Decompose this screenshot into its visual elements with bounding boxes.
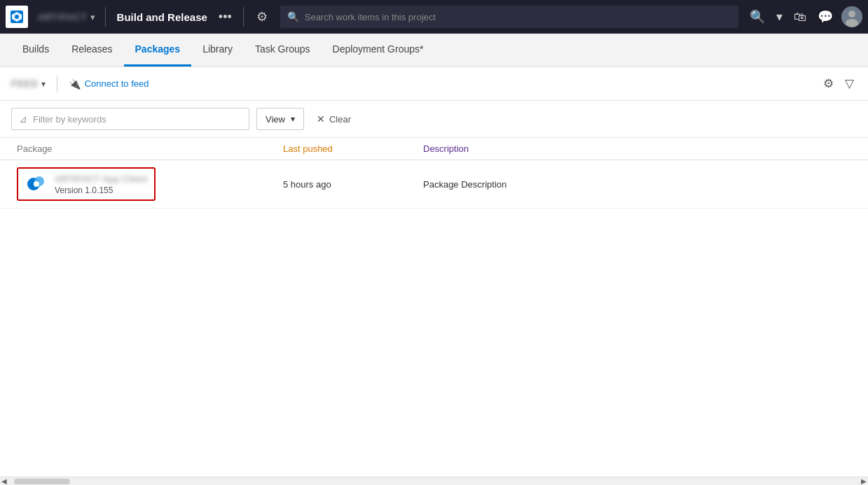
package-info: ARTIFACT App Client Version 1.0.155 [55, 174, 147, 195]
tab-packages[interactable]: Packages [124, 34, 192, 66]
package-highlighted-box: ARTIFACT App Client Version 1.0.155 [17, 167, 156, 201]
filter-funnel-icon: ⊿ [19, 113, 27, 125]
svg-point-4 [846, 19, 858, 27]
filter-input[interactable] [33, 114, 242, 125]
view-dropdown[interactable]: View ▾ [256, 108, 304, 130]
search-icon: 🔍 [287, 11, 299, 22]
search-icon-btn[interactable]: 🔍 [747, 6, 768, 27]
tabs-bar: Builds Releases Packages Library Task Gr… [0, 34, 868, 67]
project-selector[interactable]: ARTIFACT ▾ [34, 12, 99, 22]
svg-point-1 [15, 15, 19, 19]
table-row[interactable]: ARTIFACT App Client Version 1.0.155 5 ho… [0, 160, 868, 209]
settings-icon[interactable]: ⚙ [252, 9, 272, 24]
feed-selector[interactable]: FEED ▾ [11, 78, 46, 89]
settings-gear-icon[interactable]: ⚙ [820, 73, 836, 94]
filter-input-wrap[interactable]: ⊿ [11, 108, 249, 130]
package-name: ARTIFACT App Client [55, 174, 147, 184]
feed-caret-icon[interactable]: ▾ [41, 79, 46, 89]
clear-x-icon: ✕ [317, 113, 325, 125]
col-header-package: Package [17, 143, 283, 154]
tab-releases[interactable]: Releases [60, 34, 123, 66]
filter-icon[interactable]: ▽ [842, 73, 857, 94]
project-name: ARTIFACT [38, 12, 88, 22]
divider-2 [243, 7, 244, 27]
divider-1 [105, 7, 106, 27]
search-box[interactable]: 🔍 [280, 6, 738, 28]
sub-toolbar: FEED ▾ 🔌 Connect to feed ⚙ ▽ [0, 67, 868, 101]
connect-to-feed-button[interactable]: 🔌 Connect to feed [69, 78, 149, 90]
tab-deployment-groups[interactable]: Deployment Groups* [322, 34, 435, 66]
package-cell: ARTIFACT App Client Version 1.0.155 [17, 167, 283, 201]
project-dropdown-icon[interactable]: ▾ [90, 12, 95, 22]
view-caret-icon: ▾ [291, 114, 295, 124]
top-icons: 🔍 ▾ 🛍 💬 [747, 6, 862, 27]
search-input[interactable] [305, 12, 731, 22]
plug-icon: 🔌 [69, 78, 81, 90]
tab-task-groups[interactable]: Task Groups [244, 34, 322, 66]
svg-point-3 [848, 10, 855, 17]
bag-icon[interactable]: 🛍 [791, 7, 809, 27]
filter-bar: ⊿ View ▾ ✕ Clear [0, 101, 868, 138]
description-cell: Package Description [423, 179, 851, 190]
notification-icon[interactable]: 💬 [815, 6, 836, 27]
feed-name: FEED [11, 78, 39, 89]
last-pushed-cell: 5 hours ago [283, 179, 423, 190]
logo[interactable] [6, 6, 28, 28]
package-version: Version 1.0.155 [55, 185, 147, 195]
table-header: Package Last pushed Description [0, 138, 868, 160]
tab-library[interactable]: Library [191, 34, 244, 66]
page-title: Build and Release [111, 11, 213, 23]
top-bar: ARTIFACT ▾ Build and Release ••• ⚙ 🔍 🔍 ▾… [0, 0, 868, 34]
more-options-button[interactable]: ••• [216, 10, 235, 24]
col-header-description: Description [423, 143, 851, 154]
col-header-lastpushed: Last pushed [283, 143, 423, 154]
sub-divider [57, 76, 57, 92]
tab-builds[interactable]: Builds [11, 34, 60, 66]
sub-toolbar-right: ⚙ ▽ [820, 73, 857, 94]
dropdown-icon[interactable]: ▾ [773, 6, 785, 27]
svg-point-8 [34, 181, 39, 187]
clear-button[interactable]: ✕ Clear [311, 113, 357, 125]
avatar[interactable] [841, 6, 862, 27]
package-icon [25, 173, 48, 195]
